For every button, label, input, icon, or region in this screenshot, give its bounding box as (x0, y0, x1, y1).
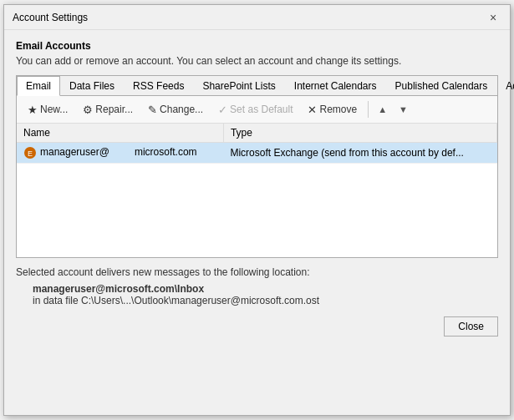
tab-rss-feeds[interactable]: RSS Feeds (124, 76, 193, 96)
tabs-row: Email Data Files RSS Feeds SharePoint Li… (17, 76, 497, 96)
new-label: New... (40, 104, 68, 115)
remove-button[interactable]: ✕ Remove (302, 99, 363, 119)
remove-icon: ✕ (308, 104, 317, 116)
accounts-table-area: Name Type E manageruser@microsoft.comMic… (17, 124, 497, 257)
delivery-path: manageruser@microsoft.com\Inbox in data … (16, 283, 498, 306)
tab-data-files[interactable]: Data Files (60, 76, 124, 96)
account-icon: E (23, 146, 37, 159)
set-default-icon: ✓ (218, 104, 227, 116)
close-row: Close (16, 311, 498, 337)
account-name-domain: microsoft.com (135, 146, 197, 158)
path-line1-part1: manageruser@ (33, 283, 105, 295)
footer-info: Selected account delivers new messages t… (16, 258, 498, 311)
title-bar: Account Settings × (4, 5, 510, 30)
dialog-body: Email Accounts You can add or remove an … (4, 30, 510, 415)
toolbar: ★ New... ⚙ Repair... ✎ Change... ✓ Set a… (17, 96, 497, 124)
delivery-label: Selected account delivers new messages t… (16, 266, 498, 278)
change-label: Change... (160, 104, 203, 115)
account-name-text: manageruser@ (40, 146, 109, 158)
delivery-path-line2: in data file C:\Users\...\Outlook\manage… (33, 295, 498, 306)
change-icon: ✎ (148, 104, 157, 116)
tab-email[interactable]: Email (17, 76, 60, 96)
accounts-table: Name Type E manageruser@microsoft.comMic… (17, 124, 497, 164)
remove-label: Remove (319, 104, 357, 115)
section-title: Email Accounts (16, 40, 498, 52)
table-row[interactable]: E manageruser@microsoft.comMicrosoft Exc… (17, 143, 497, 164)
toolbar-separator (368, 101, 369, 118)
move-up-button[interactable]: ▲ (374, 100, 391, 119)
new-button[interactable]: ★ New... (22, 99, 74, 119)
set-default-label: Set as Default (230, 104, 293, 115)
repair-icon: ⚙ (83, 104, 93, 116)
path-line2-part2: microsoft.com.ost (241, 295, 319, 306)
tab-address-books[interactable]: Address Books (496, 76, 514, 96)
svg-text:E: E (28, 149, 33, 158)
repair-label: Repair... (95, 104, 133, 115)
new-icon: ★ (28, 104, 38, 116)
account-type-cell: Microsoft Exchange (send from this accou… (223, 143, 496, 164)
section-desc: You can add or remove an account. You ca… (16, 55, 498, 67)
dialog-title: Account Settings (13, 12, 88, 23)
delivery-path-line1: manageruser@microsoft.com\Inbox (33, 283, 498, 295)
tab-published-calendars[interactable]: Published Calendars (386, 76, 497, 96)
account-name-cell: E manageruser@microsoft.com (17, 143, 223, 164)
tab-internet-calendars[interactable]: Internet Calendars (285, 76, 386, 96)
col-name-header: Name (17, 124, 223, 143)
repair-button[interactable]: ⚙ Repair... (77, 99, 139, 119)
move-down-button[interactable]: ▼ (394, 100, 412, 119)
set-default-button[interactable]: ✓ Set as Default (212, 99, 298, 119)
path-line2-part1: in data file C:\Users\...\Outlook\manage… (33, 295, 241, 306)
tab-sharepoint[interactable]: SharePoint Lists (193, 76, 284, 96)
title-close-button[interactable]: × (485, 9, 501, 26)
close-button[interactable]: Close (444, 316, 498, 337)
col-type-header: Type (223, 124, 496, 143)
change-button[interactable]: ✎ Change... (142, 99, 209, 119)
tab-container: Email Data Files RSS Feeds SharePoint Li… (16, 75, 498, 258)
account-settings-dialog: Account Settings × Email Accounts You ca… (3, 4, 511, 416)
path-line1-part2: microsoft.com\Inbox (105, 283, 204, 295)
